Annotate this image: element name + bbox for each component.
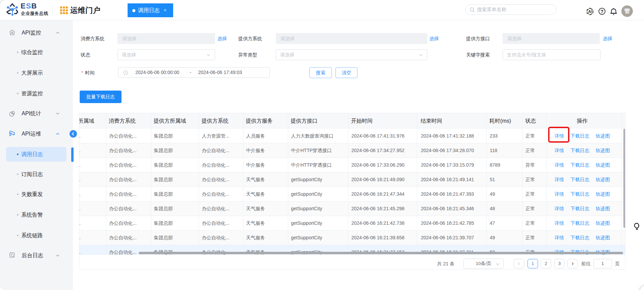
svg-text:ESB: ESB <box>21 2 37 9</box>
svg-text:AI: AI <box>588 9 592 14</box>
svg-text:?: ? <box>600 9 603 14</box>
